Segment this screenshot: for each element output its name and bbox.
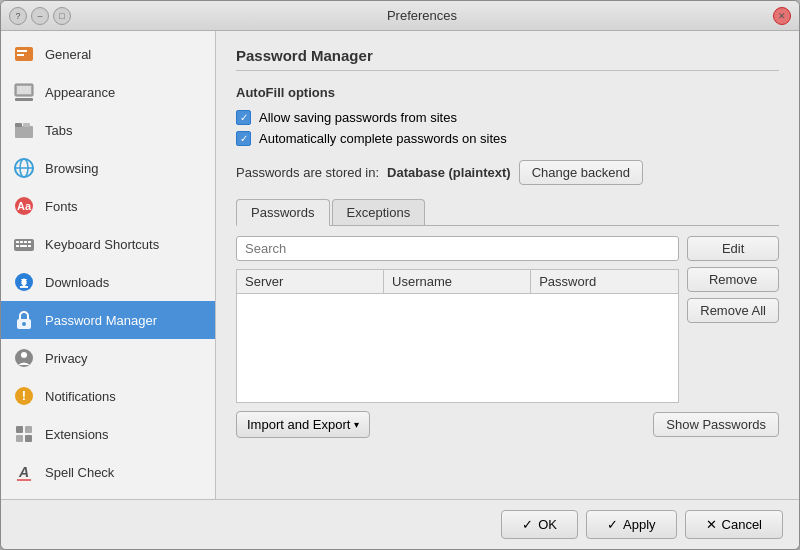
minimize-button[interactable]: –	[31, 7, 49, 25]
sidebar-item-fonts[interactable]: Aa Fonts	[1, 187, 215, 225]
tab-exceptions[interactable]: Exceptions	[332, 199, 426, 225]
password-manager-label: Password Manager	[45, 313, 157, 328]
sidebar-item-spell-check[interactable]: A Spell Check	[1, 453, 215, 491]
appearance-icon	[13, 81, 35, 103]
show-passwords-button[interactable]: Show Passwords	[653, 412, 779, 437]
main-content: Password Manager AutoFill options ✓ Allo…	[216, 31, 799, 499]
cancel-button[interactable]: ✕ Cancel	[685, 510, 783, 539]
notifications-label: Notifications	[45, 389, 116, 404]
sidebar-item-appearance[interactable]: Appearance	[1, 73, 215, 111]
titlebar-controls: ✕	[773, 7, 791, 25]
change-backend-button[interactable]: Change backend	[519, 160, 643, 185]
downloads-icon	[13, 271, 35, 293]
svg-rect-27	[20, 286, 28, 288]
help-button[interactable]: ?	[9, 7, 27, 25]
search-input[interactable]	[236, 236, 679, 261]
extensions-icon	[13, 423, 35, 445]
svg-rect-19	[16, 245, 19, 247]
titlebar: ? – □ Preferences ✕	[1, 1, 799, 31]
storage-value: Database (plaintext)	[387, 165, 511, 180]
ok-label: OK	[538, 517, 557, 532]
svg-rect-36	[25, 426, 32, 433]
fonts-label: Fonts	[45, 199, 78, 214]
window-title: Preferences	[71, 8, 773, 23]
import-export-button[interactable]: Import and Export ▾	[236, 411, 370, 438]
svg-text:Aa: Aa	[17, 200, 32, 212]
sidebar-item-privacy[interactable]: Privacy	[1, 339, 215, 377]
downloads-label: Downloads	[45, 275, 109, 290]
preferences-window: ? – □ Preferences ✕ General	[0, 0, 800, 550]
sidebar-item-downloads[interactable]: Downloads	[1, 263, 215, 301]
spellcheck-icon: A	[13, 461, 35, 483]
svg-rect-4	[17, 86, 31, 94]
table-area: Server Username Password	[236, 236, 679, 403]
sidebar-item-password-manager[interactable]: Password Manager	[1, 301, 215, 339]
remove-button[interactable]: Remove	[687, 267, 779, 292]
ok-checkmark-icon: ✓	[522, 517, 533, 532]
svg-rect-37	[16, 435, 23, 442]
privacy-label: Privacy	[45, 351, 88, 366]
sidebar-item-tabs[interactable]: Tabs	[1, 111, 215, 149]
svg-text:A: A	[18, 464, 29, 480]
svg-rect-21	[28, 245, 31, 247]
storage-row: Passwords are stored in: Database (plain…	[236, 160, 779, 185]
sidebar-item-general[interactable]: General	[1, 35, 215, 73]
keyboard-shortcuts-label: Keyboard Shortcuts	[45, 237, 159, 252]
sidebar: General Appearance	[1, 31, 216, 499]
remove-all-button[interactable]: Remove All	[687, 298, 779, 323]
allow-saving-checkbox[interactable]: ✓	[236, 110, 251, 125]
password-icon	[13, 309, 35, 331]
action-buttons: Edit Remove Remove All	[687, 236, 779, 403]
autofill-title: AutoFill options	[236, 85, 779, 100]
auto-complete-checkbox[interactable]: ✓	[236, 131, 251, 146]
svg-rect-7	[15, 123, 22, 127]
general-label: General	[45, 47, 91, 62]
notifications-icon: !	[13, 385, 35, 407]
sidebar-item-notifications[interactable]: ! Notifications	[1, 377, 215, 415]
svg-text:!: !	[22, 388, 26, 403]
tab-passwords[interactable]: Passwords	[236, 199, 330, 226]
passwords-area: Server Username Password Edit Remove Rem…	[236, 236, 779, 403]
sidebar-item-keyboard-shortcuts[interactable]: Keyboard Shortcuts	[1, 225, 215, 263]
maximize-button[interactable]: □	[53, 7, 71, 25]
content-area: General Appearance	[1, 31, 799, 499]
cancel-x-icon: ✕	[706, 517, 717, 532]
privacy-icon	[13, 347, 35, 369]
svg-rect-18	[28, 241, 31, 243]
ok-button[interactable]: ✓ OK	[501, 510, 578, 539]
tabs-label: Tabs	[45, 123, 72, 138]
keyboard-icon	[13, 233, 35, 255]
footer: ✓ OK ✓ Apply ✕ Cancel	[1, 499, 799, 549]
apply-button[interactable]: ✓ Apply	[586, 510, 677, 539]
close-button[interactable]: ✕	[773, 7, 791, 25]
allow-saving-label: Allow saving passwords from sites	[259, 110, 457, 125]
browsing-icon	[13, 157, 35, 179]
edit-button[interactable]: Edit	[687, 236, 779, 261]
extensions-label: Extensions	[45, 427, 109, 442]
storage-label: Passwords are stored in:	[236, 165, 379, 180]
svg-rect-20	[20, 245, 27, 247]
titlebar-left: ? – □	[9, 7, 71, 25]
bottom-row: Import and Export ▾ Show Passwords	[236, 411, 779, 438]
header-password: Password	[531, 270, 678, 293]
svg-point-32	[21, 352, 27, 358]
cancel-label: Cancel	[722, 517, 762, 532]
svg-rect-8	[23, 123, 30, 127]
table-body	[236, 293, 679, 403]
svg-rect-15	[16, 241, 19, 243]
tabs-row: Passwords Exceptions	[236, 199, 779, 226]
svg-point-30	[22, 322, 26, 326]
svg-rect-17	[24, 241, 27, 243]
header-username: Username	[384, 270, 531, 293]
auto-complete-label: Automatically complete passwords on site…	[259, 131, 507, 146]
svg-rect-5	[15, 98, 33, 101]
checkbox-row-allow-saving: ✓ Allow saving passwords from sites	[236, 110, 779, 125]
search-row	[236, 236, 679, 261]
svg-rect-16	[20, 241, 23, 243]
sidebar-item-extensions[interactable]: Extensions	[1, 415, 215, 453]
section-title: Password Manager	[236, 47, 779, 71]
sidebar-item-browsing[interactable]: Browsing	[1, 149, 215, 187]
spell-check-label: Spell Check	[45, 465, 114, 480]
apply-checkmark-icon: ✓	[607, 517, 618, 532]
checkbox-row-auto-complete: ✓ Automatically complete passwords on si…	[236, 131, 779, 146]
